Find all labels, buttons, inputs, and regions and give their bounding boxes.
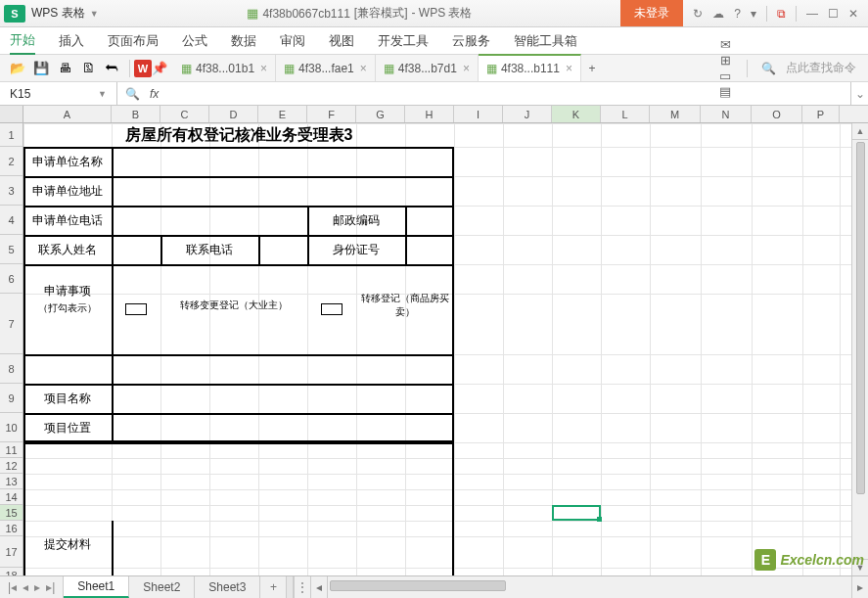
document-tab[interactable]: ▦4f38...fae1× <box>276 55 376 81</box>
column-header[interactable]: O <box>752 106 802 122</box>
hscroll-track[interactable] <box>328 576 851 598</box>
row-header[interactable]: 13 <box>0 474 23 489</box>
row-header[interactable]: 8 <box>0 354 23 384</box>
search-fx-icon[interactable]: 🔍 <box>125 87 140 101</box>
prev-sheet-icon[interactable]: ◂ <box>23 580 28 594</box>
tab-resize-handle[interactable] <box>286 576 294 598</box>
menu-item[interactable]: 页面布局 <box>108 32 159 50</box>
close-tab-icon[interactable]: × <box>566 62 572 75</box>
menu-item[interactable]: 数据 <box>231 32 256 50</box>
toolbar-icon[interactable]: 💾 <box>33 61 49 76</box>
column-header[interactable]: G <box>356 106 405 122</box>
row-header[interactable]: 9 <box>0 384 23 413</box>
sheet-tab[interactable]: Sheet2 <box>129 576 195 598</box>
row-header[interactable]: 12 <box>0 458 23 474</box>
horizontal-scrollbar[interactable]: ⋮ ◂ ▸ <box>294 576 868 598</box>
column-header[interactable]: P <box>802 106 840 122</box>
menu-item[interactable]: 插入 <box>59 32 84 50</box>
cells-area[interactable]: 房屋所有权登记核准业务受理表3申请单位名称申请单位地址申请单位电话邮政编码联系人… <box>23 123 868 575</box>
column-header[interactable]: H <box>405 106 454 122</box>
cloud-icon[interactable]: ☁ <box>712 7 724 21</box>
column-header[interactable]: B <box>112 106 160 122</box>
select-all-corner[interactable] <box>0 106 23 122</box>
sync-icon[interactable]: ↻ <box>693 7 703 21</box>
scroll-right-icon[interactable]: ▸ <box>851 576 868 598</box>
vertical-scrollbar[interactable]: ▲ ▼ <box>851 123 868 575</box>
row-header[interactable]: 16 <box>0 521 23 536</box>
document-tab[interactable]: ▦4f38...01b1× <box>173 55 276 81</box>
checkbox[interactable] <box>125 303 147 315</box>
menu-item[interactable]: 审阅 <box>280 32 305 50</box>
menu-item[interactable]: 开发工具 <box>378 32 429 50</box>
column-header[interactable]: N <box>701 106 752 122</box>
row-header[interactable]: 5 <box>0 235 23 264</box>
expand-formula-icon[interactable]: ⌄ <box>850 82 868 105</box>
expand-icon[interactable]: ⧉ <box>777 7 786 21</box>
column-header[interactable]: D <box>209 106 258 122</box>
row-header[interactable]: 7 <box>0 294 23 354</box>
hscroll-thumb[interactable] <box>330 580 506 591</box>
close-button[interactable]: ✕ <box>848 7 858 21</box>
active-cell[interactable] <box>552 505 601 521</box>
app-dropdown-icon[interactable]: ▼ <box>90 9 99 19</box>
menu-item[interactable]: 开始 <box>10 31 35 55</box>
new-tab-button[interactable]: + <box>581 62 603 75</box>
first-sheet-icon[interactable]: |◂ <box>8 580 17 594</box>
row-header[interactable]: 10 <box>0 413 23 442</box>
toolbar-icon[interactable]: ⮪ <box>104 61 119 76</box>
column-header[interactable]: M <box>650 106 701 122</box>
checkbox[interactable] <box>321 303 343 315</box>
help-drop-icon[interactable]: ▾ <box>751 7 756 21</box>
maximize-button[interactable]: ☐ <box>828 7 839 21</box>
hscroll-split-icon[interactable]: ⋮ <box>295 576 311 598</box>
name-box[interactable]: K15 ▼ <box>0 82 117 105</box>
last-sheet-icon[interactable]: ▸| <box>46 580 55 594</box>
row-header[interactable]: 17 <box>0 536 23 568</box>
row-header[interactable]: 1 <box>0 123 23 147</box>
scroll-down-icon[interactable]: ▼ <box>852 559 868 575</box>
column-header[interactable]: L <box>601 106 650 122</box>
row-header[interactable]: 18 <box>0 568 23 575</box>
row-header[interactable]: 3 <box>0 176 23 206</box>
close-tab-icon[interactable]: × <box>260 62 267 75</box>
column-header[interactable]: K <box>552 106 601 122</box>
row-header[interactable]: 6 <box>0 264 23 294</box>
scroll-left-icon[interactable]: ◂ <box>311 576 328 598</box>
help-icon[interactable]: ? <box>734 7 741 21</box>
toolbar-icon[interactable]: ⊞ <box>717 53 733 69</box>
close-tab-icon[interactable]: × <box>463 62 470 75</box>
column-header[interactable]: E <box>258 106 307 122</box>
column-header[interactable]: A <box>23 106 112 122</box>
wps-home-icon[interactable]: W <box>134 60 152 77</box>
toolbar-icon[interactable]: 🖶 <box>57 61 72 76</box>
chevron-down-icon[interactable]: ▼ <box>98 89 107 99</box>
scroll-up-icon[interactable]: ▲ <box>852 123 868 140</box>
toolbar-icon[interactable]: ✉ <box>717 37 733 53</box>
menu-item[interactable]: 公式 <box>182 32 207 50</box>
formula-input[interactable] <box>166 82 850 105</box>
login-badge[interactable]: 未登录 <box>620 0 683 26</box>
next-sheet-icon[interactable]: ▸ <box>34 580 40 594</box>
row-header[interactable]: 15 <box>0 505 23 521</box>
menu-item[interactable]: 视图 <box>329 32 354 50</box>
column-header[interactable]: C <box>160 106 209 122</box>
column-header[interactable]: I <box>454 106 503 122</box>
row-header[interactable]: 2 <box>0 147 23 176</box>
column-header[interactable]: F <box>307 106 356 122</box>
sheet-tab[interactable]: Sheet1 <box>64 576 129 598</box>
toolbar-icon[interactable]: 🖻 <box>80 61 96 76</box>
row-header[interactable]: 14 <box>0 489 23 505</box>
close-tab-icon[interactable]: × <box>360 62 367 75</box>
search-icon[interactable]: 🔍 <box>761 62 776 75</box>
column-header[interactable]: J <box>503 106 552 122</box>
menu-item[interactable]: 云服务 <box>452 32 490 50</box>
fx-icon[interactable]: fx <box>150 87 159 101</box>
document-tab[interactable]: ▦4f38...b7d1× <box>376 55 479 81</box>
menu-item[interactable]: 智能工具箱 <box>514 32 577 50</box>
document-tab[interactable]: ▦4f38...b111× <box>479 54 581 81</box>
pin-icon[interactable]: 📌 <box>152 61 167 76</box>
add-sheet-button[interactable]: + <box>260 576 286 598</box>
minimize-button[interactable]: — <box>806 7 818 21</box>
row-header[interactable]: 4 <box>0 206 23 235</box>
sheet-tab[interactable]: Sheet3 <box>195 576 260 598</box>
